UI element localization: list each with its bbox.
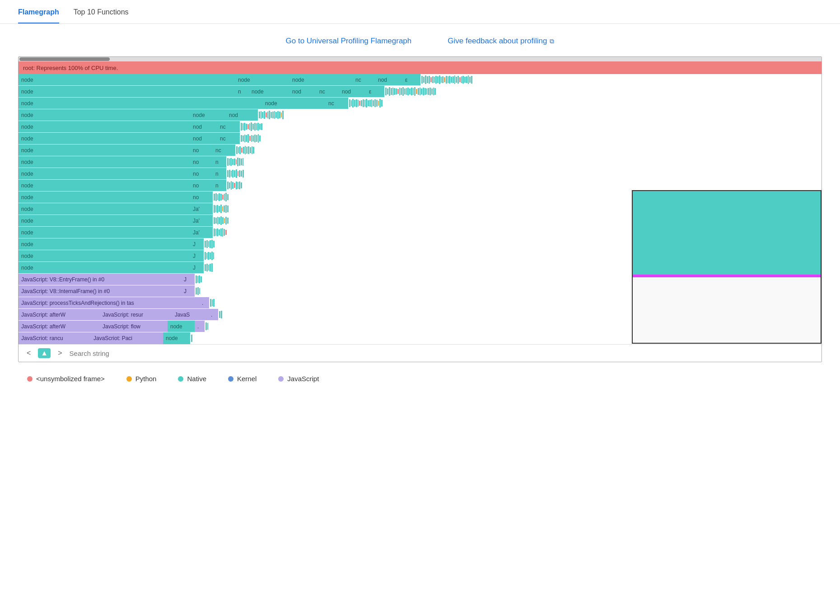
legend-item-javascript: JavaScript <box>278 375 319 383</box>
flame-cell: JavaScript: afterW <box>19 321 100 332</box>
flame-cell: node <box>168 321 195 332</box>
flame-cell: nod <box>339 86 366 97</box>
flame-cell: node <box>19 86 235 97</box>
flame-cell: node <box>19 109 190 121</box>
flame-cell: J <box>190 238 204 250</box>
legend-item-unsymbolized: <unsymbolized frame> <box>27 375 105 383</box>
zoom-white-bottom <box>633 277 821 343</box>
legend-item-python: Python <box>126 375 157 383</box>
table-row[interactable]: node node node nc nod ε <box>19 74 821 86</box>
universal-profiling-link[interactable]: Go to Universal Profiling Flamegraph <box>286 37 412 46</box>
flame-viz-area <box>348 98 821 109</box>
external-link-icon: ⧉ <box>550 37 554 45</box>
search-prev-button[interactable]: < <box>24 348 33 358</box>
flame-cell: node <box>19 98 262 109</box>
table-row[interactable]: node no nc <box>19 145 821 156</box>
flame-cell: ε <box>366 86 384 97</box>
zoom-panel <box>632 190 821 344</box>
flame-cell: J <box>181 274 195 285</box>
scrollbar-track[interactable] <box>19 57 821 61</box>
table-row[interactable]: node n node nod nc nod ε <box>19 86 821 98</box>
flame-cell: Ja' <box>190 203 213 215</box>
flame-cell: JavaScriot: rancu <box>19 332 91 344</box>
flame-cell: node <box>289 74 353 85</box>
flame-cell: node <box>19 238 190 250</box>
zoom-teal-block <box>633 191 821 275</box>
flame-cell: JavaScript: afterW <box>19 309 100 320</box>
legend: <unsymbolized frame> Python Native Kerne… <box>0 362 840 395</box>
flame-cell: node <box>19 133 190 144</box>
flame-cell: node <box>19 180 190 191</box>
flame-cell: node <box>19 250 190 261</box>
flame-viz-area <box>240 133 821 144</box>
flame-cell: J <box>181 285 195 297</box>
flame-cell: no <box>190 191 213 203</box>
table-row[interactable]: node nod nc <box>19 133 821 145</box>
legend-item-native: Native <box>178 375 206 383</box>
flame-cell: JavaScript: processTicksAndRejections() … <box>19 297 199 308</box>
flame-cell: nod <box>190 121 217 132</box>
flame-viz-area <box>384 86 821 97</box>
flame-cell: node <box>19 262 190 273</box>
flame-cell: node <box>19 227 190 238</box>
flame-viz-area <box>258 109 821 121</box>
flame-cell: node <box>190 109 226 121</box>
flame-cell: no <box>190 145 213 156</box>
flame-cell: nod <box>375 74 402 85</box>
flame-cell: node <box>19 168 190 179</box>
tab-flamegraph[interactable]: Flamegraph <box>18 8 59 23</box>
flame-cell: node <box>163 332 190 344</box>
flame-cell: JavaScriot: Paci <box>91 332 163 344</box>
table-row[interactable]: node node nc <box>19 98 821 109</box>
search-next-button[interactable]: > <box>55 348 65 358</box>
flame-cell: nod <box>226 109 258 121</box>
flame-cell: node <box>262 98 326 109</box>
flame-cell: nc <box>326 98 348 109</box>
flame-cell: JavaScript: V8::InternalFrame() in #0 <box>19 285 181 297</box>
flame-viz-area <box>420 74 821 85</box>
flame-cell: node <box>19 74 235 85</box>
flame-cell: node <box>19 203 190 215</box>
flame-cell: node <box>19 156 190 168</box>
table-row[interactable]: node no n <box>19 156 821 168</box>
flame-cell: no <box>190 156 213 168</box>
table-row[interactable]: node node nod <box>19 109 821 121</box>
flame-cell: node <box>235 74 289 85</box>
flame-cell: no <box>190 180 213 191</box>
search-up-button[interactable]: ▲ <box>38 348 51 358</box>
flame-cell: node <box>19 121 190 132</box>
tab-top10[interactable]: Top 10 Functions <box>74 8 129 23</box>
flame-cell: . <box>208 309 218 320</box>
flame-viz-area <box>226 180 821 191</box>
flame-cell: node <box>19 145 190 156</box>
root-bar: root: Represents 100% of CPU time. <box>19 61 821 74</box>
flamegraph-container: root: Represents 100% of CPU time. node … <box>18 56 822 362</box>
flame-viz-area <box>235 145 821 156</box>
flame-cell: J <box>190 262 204 273</box>
legend-dot-kernel <box>228 376 233 382</box>
flame-cell: JavaScript: V8::EntryFrame() in #0 <box>19 274 181 285</box>
flame-cell: nod <box>190 133 217 144</box>
feedback-link[interactable]: Give feedback about profiling ⧉ <box>448 37 554 46</box>
flame-viz-area <box>226 168 821 179</box>
flame-cell: n <box>213 156 226 168</box>
flame-cell: JavaScript: flow <box>100 321 168 332</box>
search-input[interactable] <box>70 350 816 357</box>
flame-cell: J <box>190 250 204 261</box>
flame-cell: nod <box>289 86 317 97</box>
flame-cell: nc <box>353 74 375 85</box>
flame-cell: JavaScript: resur <box>100 309 172 320</box>
flame-viz-area <box>226 156 821 168</box>
zoom-panel-inner <box>633 191 821 343</box>
flame-cell: node <box>249 86 289 97</box>
flame-cell: Ja' <box>190 227 213 238</box>
flame-cell: ε <box>402 74 420 85</box>
action-bar: Go to Universal Profiling Flamegraph Giv… <box>0 24 840 56</box>
flame-viz-area <box>240 121 821 132</box>
table-row[interactable]: node no n <box>19 168 821 180</box>
flame-cell: n <box>213 168 226 179</box>
table-row[interactable]: node nod nc <box>19 121 821 133</box>
legend-dot-javascript <box>278 376 284 382</box>
flame-cell: node <box>19 215 190 226</box>
scrollbar-thumb[interactable] <box>19 57 110 61</box>
